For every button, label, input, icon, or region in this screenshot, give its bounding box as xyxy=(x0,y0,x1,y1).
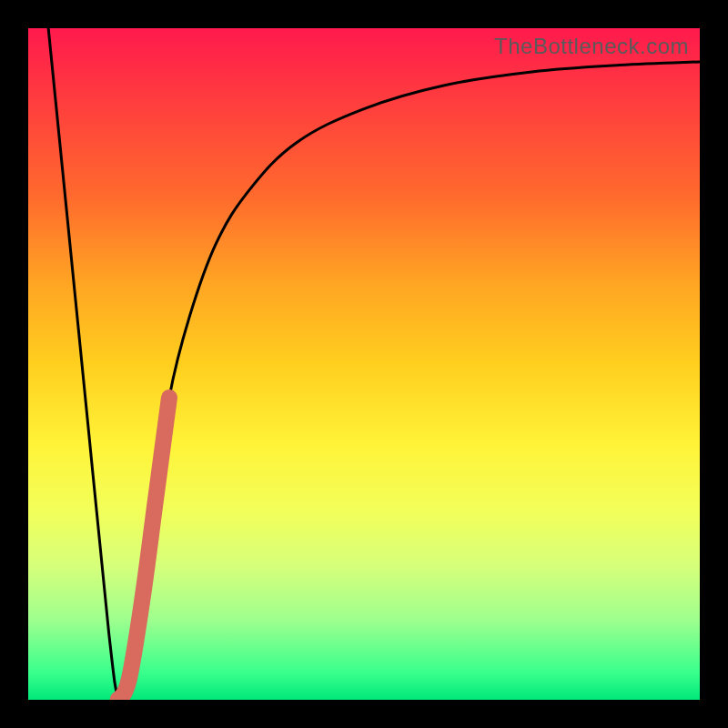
curve-highlight xyxy=(119,398,169,700)
outer-frame: TheBottleneck.com xyxy=(0,0,728,728)
plot-area: TheBottleneck.com xyxy=(28,28,700,700)
chart-svg xyxy=(28,28,700,700)
